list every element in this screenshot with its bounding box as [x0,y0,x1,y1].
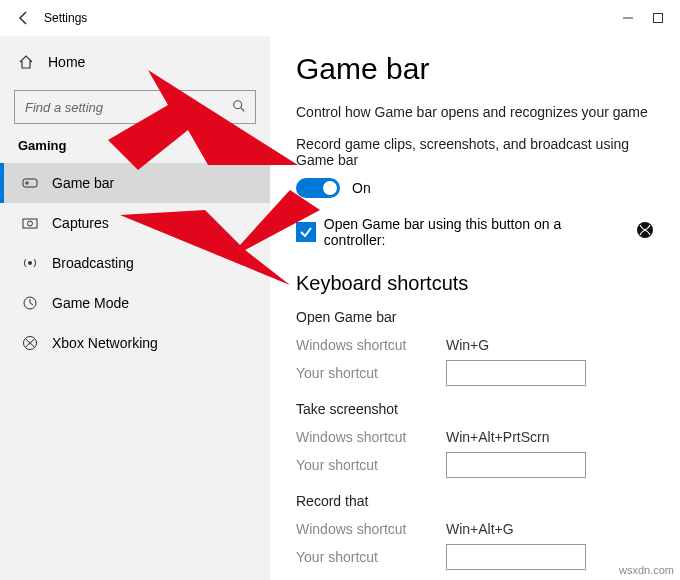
search-input[interactable] [14,90,256,124]
broadcasting-icon [22,255,38,271]
sidebar-section: Gaming [0,138,270,163]
sidebar-home-label: Home [48,54,85,70]
svg-point-13 [24,337,37,350]
shortcuts-heading: Keyboard shortcuts [296,272,654,295]
shortcut-group: Take screenshot Windows shortcutWin+Alt+… [296,401,654,479]
toggle-state-label: On [352,180,371,196]
sidebar-item-label: Captures [52,215,109,231]
your-shortcut-input[interactable] [446,452,586,478]
xbox-logo-icon [636,221,654,243]
back-button[interactable] [8,2,40,34]
maximize-icon [653,13,663,23]
your-shortcut-label: Your shortcut [296,365,446,381]
controller-checkbox-label: Open Game bar using this button on a con… [324,216,624,248]
sidebar-item-game-mode[interactable]: Game Mode [0,283,270,323]
captures-icon [22,215,38,231]
svg-point-9 [28,261,32,265]
your-shortcut-input[interactable] [446,544,586,570]
title-bar: Settings [0,0,680,36]
sidebar-home[interactable]: Home [0,42,270,82]
sidebar-item-game-bar[interactable]: Game bar [0,163,270,203]
win-shortcut-value: Win+Alt+G [446,521,514,537]
shortcut-title: Take screenshot [296,401,654,417]
svg-line-12 [30,303,33,305]
sidebar-item-label: Game Mode [52,295,129,311]
sidebar: Home Gaming Game bar Captures Broadcasti… [0,36,270,580]
your-shortcut-label: Your shortcut [296,457,446,473]
check-icon [299,225,313,239]
record-label: Record game clips, screenshots, and broa… [296,136,654,168]
sidebar-item-captures[interactable]: Captures [0,203,270,243]
win-shortcut-value: Win+G [446,337,489,353]
arrow-left-icon [16,10,32,26]
svg-point-8 [28,221,33,226]
win-shortcut-label: Windows shortcut [296,337,446,353]
maximize-button[interactable] [652,12,664,24]
shortcut-group: Open Game bar Windows shortcutWin+G Your… [296,309,654,387]
shortcut-group: Record that Windows shortcutWin+Alt+G Yo… [296,493,654,571]
watermark: wsxdn.com [619,564,674,576]
page-title: Game bar [296,52,654,86]
xbox-icon [22,335,38,351]
controller-checkbox-row: Open Game bar using this button on a con… [296,216,654,248]
shortcut-title: Record that [296,493,654,509]
minimize-button[interactable] [622,12,634,24]
win-shortcut-label: Windows shortcut [296,429,446,445]
game-mode-icon [22,295,38,311]
sidebar-item-xbox-networking[interactable]: Xbox Networking [0,323,270,363]
search-icon [232,99,246,117]
main-content: Game bar Control how Game bar opens and … [270,36,680,580]
game-bar-icon [22,175,38,191]
sidebar-item-label: Xbox Networking [52,335,158,351]
toggle-row: On [296,178,654,198]
svg-line-3 [241,108,245,112]
controller-checkbox[interactable] [296,222,316,242]
window-buttons [622,12,672,24]
win-shortcut-label: Windows shortcut [296,521,446,537]
shortcut-title: Open Game bar [296,309,654,325]
sidebar-item-label: Broadcasting [52,255,134,271]
your-shortcut-label: Your shortcut [296,549,446,565]
page-description: Control how Game bar opens and recognize… [296,104,654,120]
sidebar-item-label: Game bar [52,175,114,191]
record-toggle[interactable] [296,178,340,198]
search-wrap [14,90,256,124]
win-shortcut-value: Win+Alt+PrtScrn [446,429,549,445]
sidebar-item-broadcasting[interactable]: Broadcasting [0,243,270,283]
svg-rect-1 [654,14,663,23]
minimize-icon [623,13,633,23]
window-title: Settings [44,11,87,25]
svg-point-2 [234,101,242,109]
home-icon [18,54,34,70]
svg-rect-7 [23,219,37,228]
your-shortcut-input[interactable] [446,360,586,386]
